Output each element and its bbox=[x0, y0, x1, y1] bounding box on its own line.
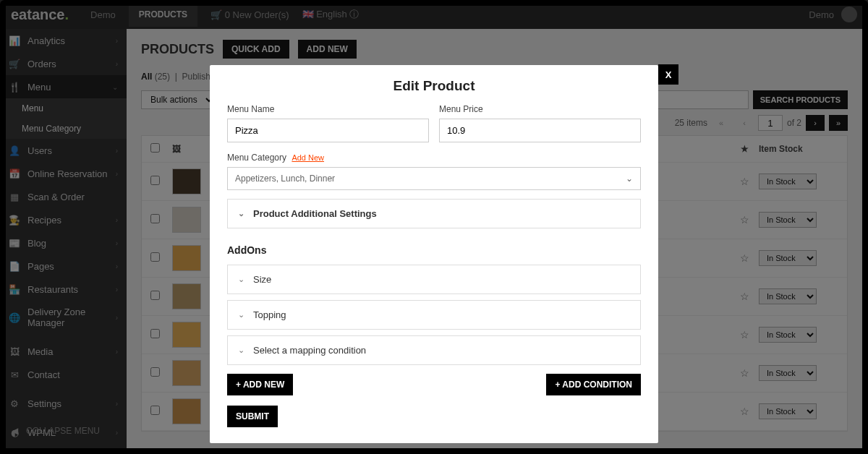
menu-price-input[interactable] bbox=[439, 119, 641, 142]
addon-topping[interactable]: ⌄Topping bbox=[227, 300, 641, 330]
add-new-addon-button[interactable]: + ADD NEW bbox=[227, 374, 293, 395]
chevron-down-icon: ⌄ bbox=[626, 174, 633, 184]
modal-title: Edit Product bbox=[227, 78, 641, 94]
menu-name-label: Menu Name bbox=[227, 104, 429, 114]
add-new-category-link[interactable]: Add New bbox=[292, 153, 324, 162]
close-button[interactable]: X bbox=[658, 64, 678, 85]
additional-settings-accordion[interactable]: ⌄ Product Additional Settings bbox=[227, 199, 641, 228]
add-condition-button[interactable]: + ADD CONDITION bbox=[546, 374, 641, 395]
submit-button[interactable]: SUBMIT bbox=[227, 406, 278, 427]
edit-product-modal: X Edit Product Menu Name Menu Price Menu… bbox=[210, 65, 658, 443]
addons-heading: AddOns bbox=[227, 244, 641, 256]
menu-name-input[interactable] bbox=[227, 119, 429, 142]
chevron-down-icon: ⌄ bbox=[238, 209, 244, 218]
category-select[interactable]: Appetizers, Lunch, Dinner⌄ bbox=[227, 167, 641, 190]
menu-price-label: Menu Price bbox=[439, 104, 641, 114]
addon-mapping[interactable]: ⌄Select a mapping condition bbox=[227, 335, 641, 365]
addon-size[interactable]: ⌄Size bbox=[227, 265, 641, 294]
category-label: Menu Category Add New bbox=[227, 153, 641, 163]
